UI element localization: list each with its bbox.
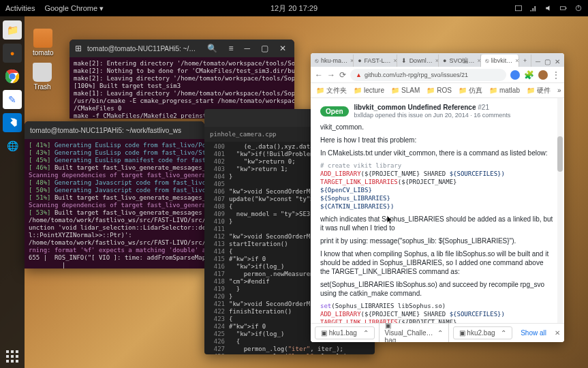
bookmark-folder[interactable]: 📁 matlab (489, 87, 520, 94)
app-menu[interactable]: Google Chrome ▾ (44, 4, 104, 13)
toolbar: ← → ⟳ ▲github.com/uzh-rpg/rpg_svo/issues… (311, 67, 564, 83)
terminal-sophus-build[interactable]: ⊞ tomato@tomato-NUC11PAHi5: ~/workspace/… (69, 40, 294, 119)
editor-icon[interactable]: ✎ (3, 90, 22, 109)
chevron-up-icon[interactable]: ⌃ (363, 329, 369, 337)
minimize-button[interactable]: ─ (536, 58, 540, 65)
volume-icon (544, 4, 553, 12)
clock[interactable]: 12月 20 17:29 (270, 3, 318, 14)
activities-button[interactable]: Activities (5, 4, 35, 13)
tab-0[interactable]: ⎋hku-ma…× (311, 55, 354, 67)
comment-text: vikit_common. (320, 123, 555, 132)
tab-strip[interactable]: ⎋hku-ma…× ●FAST-L…× ⬇Downl…× ●SVO编…× ⎋li… (311, 53, 564, 67)
reload-button[interactable]: ⟳ (339, 70, 346, 80)
power-icon (574, 4, 583, 12)
tab-3[interactable]: ●SVO编…× (439, 55, 481, 67)
address-bar[interactable]: ▲github.com/uzh-rpg/rpg_svo/issues/21 (350, 69, 506, 81)
comment-text: which indicates that Sophus_LIBRARIES sh… (320, 215, 555, 232)
prompt-icon[interactable]: ● (3, 44, 22, 63)
downloads-bar: ▣ hku1.bag⌃ ▣ Visual_Challe…bag⌃ ▣ hku2.… (311, 323, 564, 342)
close-button[interactable]: ✕ (555, 58, 560, 65)
minimize-button[interactable]: ─ (241, 44, 253, 53)
download-item[interactable]: ▣ hku1.bag⌃ (315, 326, 375, 339)
scrollbar-thumb[interactable] (557, 136, 563, 172)
comment-text: Here is how I treat this problem: (320, 136, 555, 144)
comment-text: print it by using: message("sophus_lib: … (320, 236, 555, 245)
terminal-fastlivo[interactable]: tomato@tomato-NUC11PAHi5: ~/work/fastliv… (25, 121, 204, 269)
code-block: # create vikit library ADD_LIBRARY(${PRO… (320, 162, 555, 211)
bookmark-folder[interactable]: 📁 SLAM (391, 87, 420, 94)
tab-pinhole[interactable]: pinhole_camera.cpp (210, 131, 277, 138)
svg-rect-2 (566, 7, 567, 9)
svg-point-6 (9, 73, 15, 79)
globe-icon[interactable]: 🌐 (3, 136, 22, 155)
svg-rect-1 (561, 7, 566, 10)
profile-avatar[interactable] (538, 70, 548, 80)
maximize-button[interactable]: ▢ (258, 44, 271, 53)
extension-icon[interactable] (510, 70, 520, 80)
files-icon[interactable]: 📁 (3, 20, 22, 40)
code-block: set(Sophus_LIBRARIES libSophus.so) ADD_L… (320, 302, 555, 323)
menu-icon[interactable]: ≡ (226, 44, 236, 53)
issue-meta: bxlldap opened this issue on Jun 20, 201… (354, 112, 511, 119)
vscode-icon[interactable] (3, 113, 22, 132)
close-downloads-bar[interactable]: ✕ (555, 329, 560, 337)
search-icon[interactable]: 🔍 (204, 44, 220, 53)
close-tab-icon[interactable]: × (477, 57, 480, 64)
input-icon (514, 4, 523, 12)
chrome-window[interactable]: ⎋hku-ma…× ●FAST-L…× ⬇Downl…× ●SVO编…× ⎋li… (311, 53, 564, 342)
bookmark-folder[interactable]: 📁 硬件 (527, 86, 551, 95)
close-tab-icon[interactable]: × (515, 57, 519, 64)
comment-text: I know that when compiling Sophus, a lib… (320, 249, 555, 276)
download-item[interactable]: ▣ hku2.bag⌃ (453, 326, 513, 339)
show-all-downloads[interactable]: Show all (516, 329, 551, 337)
issue-state-open: Open (320, 106, 349, 117)
bookmark-folder[interactable]: 📁 lecture (354, 87, 384, 94)
menu-icon[interactable]: ⋮ (552, 70, 560, 80)
maximize-button[interactable]: ▢ (544, 58, 551, 65)
back-button[interactable]: ← (315, 70, 323, 80)
security-icon: ▲ (356, 72, 362, 78)
page-content[interactable]: Open libvkit_common Undefined Reference … (311, 98, 564, 323)
new-tab-icon[interactable]: ⊞ (75, 44, 82, 53)
tab-1[interactable]: ●FAST-L…× (354, 55, 397, 67)
show-apps-button[interactable] (6, 350, 18, 363)
tab-4[interactable]: ⎋libvkit…× (481, 55, 520, 67)
new-tab-button[interactable]: + (519, 55, 531, 67)
bookmark-folder[interactable]: 📁 ROS (427, 87, 452, 94)
issue-title: libvkit_common Undefined Reference (354, 104, 476, 111)
svg-rect-0 (516, 5, 522, 11)
chevron-up-icon[interactable]: ⌃ (501, 329, 506, 337)
titlebar[interactable]: tomato@tomato-NUC11PAHi5: ~/work/fastliv… (25, 121, 204, 139)
titlebar[interactable]: ⊞ tomato@tomato-NUC11PAHi5: ~/workspace/… (69, 40, 294, 57)
chrome-icon[interactable] (3, 67, 22, 86)
issue-number: #21 (478, 104, 489, 111)
bookmarks-bar[interactable]: 📁 文件夹 📁 lecture 📁 SLAM 📁 ROS 📁 仿真 📁 matl… (311, 83, 564, 98)
scrollbar[interactable] (557, 98, 563, 323)
tab-2[interactable]: ⬇Downl…× (397, 55, 439, 67)
dock: 📁 ● ✎ 🌐 (0, 16, 25, 368)
network-icon (529, 4, 538, 12)
comment-text: set(Sophus_LIBRARIES libSophus.so) and s… (320, 280, 555, 298)
desktop-trash[interactable]: Trash (33, 63, 52, 91)
bookmark-folder[interactable]: 📁 文件夹 (316, 86, 347, 95)
extensions-icon[interactable]: 🧩 (524, 70, 534, 80)
chevron-up-icon[interactable]: ⌃ (437, 329, 443, 337)
forward-button[interactable]: → (327, 70, 335, 80)
window-title: tomato@tomato-NUC11PAHi5: ~/work/fastliv… (30, 127, 199, 134)
battery-icon (559, 4, 568, 12)
comment-text: In CMakeLists.txt under vikit_common, th… (320, 149, 555, 157)
window-title: tomato@tomato-NUC11PAHi5: ~/workspace/to… (87, 45, 199, 52)
status-area[interactable] (514, 4, 583, 12)
terminal-output[interactable]: [ 41%] Generating EusLisp code from fast… (25, 139, 204, 269)
gnome-top-panel: Activities Google Chrome ▾ 12月 20 17:29 (0, 0, 588, 16)
desktop-folder-tomato[interactable]: tomato (33, 29, 54, 57)
bookmark-folder[interactable]: 📁 仿真 (459, 86, 482, 95)
close-button[interactable]: ✕ (277, 44, 289, 53)
